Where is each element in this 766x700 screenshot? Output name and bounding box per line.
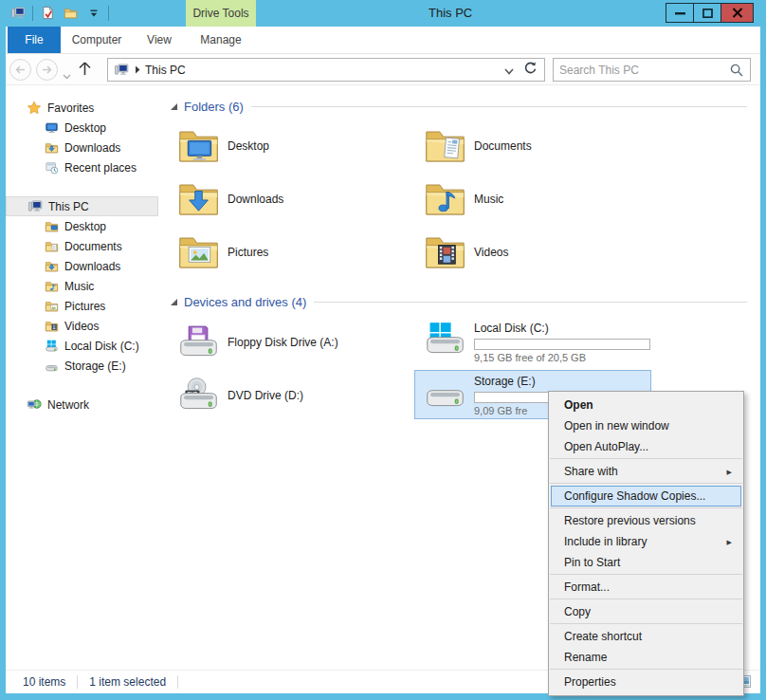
menu-separator xyxy=(550,599,742,599)
sidebar-item-pictures[interactable]: Pictures xyxy=(6,296,161,316)
tile-floppy-disk-drive-a[interactable]: Floppy Disk Drive (A:) xyxy=(168,317,405,366)
menu-item-format[interactable]: Format... xyxy=(551,577,741,598)
status-items-count: 10 items xyxy=(6,675,77,689)
tile-videos[interactable]: Videos xyxy=(414,228,651,277)
sidebar-item-label: Documents xyxy=(64,240,122,253)
sidebar-item-storage-e[interactable]: Storage (E:) xyxy=(6,356,161,376)
menu-item-copy[interactable]: Copy xyxy=(551,601,741,622)
maximize-button[interactable] xyxy=(693,3,721,23)
new-folder-button[interactable] xyxy=(63,5,79,21)
close-button[interactable] xyxy=(720,3,754,23)
back-button[interactable] xyxy=(9,59,31,81)
submenu-arrow-icon: ▶ xyxy=(727,469,732,476)
sidebar-item-label: Pictures xyxy=(64,300,105,313)
menu-item-label: Pin to Start xyxy=(564,556,620,569)
sidebar-item-favorites[interactable]: Favorites xyxy=(6,98,161,118)
sidebar-item-videos[interactable]: Videos xyxy=(6,316,161,336)
tile-dvd-drive-d[interactable]: DVDDVD Drive (D:) xyxy=(168,370,405,419)
menu-item-restore-previous-versions[interactable]: Restore previous versions xyxy=(551,510,741,531)
menu-item-open[interactable]: Open xyxy=(551,395,741,415)
group-title: Folders (6) xyxy=(184,100,244,114)
group-header-devices-and-drives-4[interactable]: Devices and drives (4) xyxy=(168,292,760,311)
sidebar-item-desktop[interactable]: Desktop xyxy=(6,118,161,138)
group-header-line xyxy=(251,106,747,107)
search-input[interactable] xyxy=(554,64,730,77)
tab-manage[interactable]: Manage xyxy=(186,27,256,53)
address-dropdown-icon[interactable] xyxy=(504,62,514,79)
computer-icon xyxy=(27,199,44,213)
tab-computer[interactable]: Computer xyxy=(61,27,133,53)
sidebar-item-music[interactable]: Music xyxy=(6,276,161,296)
sidebar-item-label: Music xyxy=(64,280,94,293)
menu-separator xyxy=(550,574,742,575)
recent-places-icon xyxy=(43,161,60,175)
sidebar-item-downloads[interactable]: Downloads xyxy=(6,138,161,157)
folder-pictures-mini-icon xyxy=(43,300,60,313)
sidebar-item-this-pc[interactable]: This PC xyxy=(6,196,158,216)
window-border xyxy=(760,27,766,700)
tile-desktop[interactable]: Desktop xyxy=(168,121,405,171)
tile-downloads[interactable]: Downloads xyxy=(168,175,405,224)
search-icon[interactable] xyxy=(730,64,750,77)
properties-button[interactable] xyxy=(40,5,56,21)
sidebar-item-documents[interactable]: Documents xyxy=(6,236,161,256)
tile-pictures[interactable]: Pictures xyxy=(168,228,405,277)
menu-item-open-autoplay[interactable]: Open AutoPlay... xyxy=(551,436,741,457)
menu-item-pin-to-start[interactable]: Pin to Start xyxy=(551,552,741,573)
monitor-icon xyxy=(43,121,60,135)
tile-label: Documents xyxy=(474,139,532,153)
sidebar-item-downloads[interactable]: Downloads xyxy=(6,256,161,276)
refresh-icon[interactable] xyxy=(523,62,537,79)
floppy-drive-icon xyxy=(176,323,220,361)
menu-item-include-in-library[interactable]: Include in library▶ xyxy=(551,531,741,552)
computer-icon xyxy=(114,63,129,77)
menu-separator xyxy=(550,669,742,670)
collapse-triangle-icon[interactable] xyxy=(170,298,178,306)
tile-label: Local Disk (C:) xyxy=(474,321,643,336)
menu-item-label: Format... xyxy=(564,580,610,594)
tab-file[interactable]: File xyxy=(8,27,61,53)
folder-music-icon xyxy=(423,180,466,218)
tab-view[interactable]: View xyxy=(133,27,186,53)
menu-separator xyxy=(550,483,742,484)
sidebar-item-network[interactable]: Network xyxy=(6,395,161,414)
windows-drive-icon xyxy=(423,321,466,359)
status-separator xyxy=(177,675,178,689)
sidebar-item-desktop[interactable]: Desktop xyxy=(6,216,161,236)
context-menu: OpenOpen in new windowOpen AutoPlay...Sh… xyxy=(548,391,744,696)
tile-label: Storage (E:) xyxy=(474,374,643,389)
breadcrumb-chevron-icon[interactable] xyxy=(135,65,140,74)
menu-item-label: Include in library xyxy=(564,535,647,548)
sidebar-item-label: Favorites xyxy=(47,101,94,115)
group-header-folders-6[interactable]: Folders (6) xyxy=(168,97,760,116)
menu-item-configure-shadow-copies[interactable]: Configure Shadow Copies... xyxy=(551,486,741,507)
folder-desktop-icon xyxy=(176,127,220,165)
menu-item-label: Restore previous versions xyxy=(564,514,696,527)
drive-tools-contextual-tab[interactable]: Drive Tools xyxy=(186,0,256,27)
qat-separator xyxy=(108,6,109,21)
tile-local-disk-c[interactable]: Local Disk (C:)9,15 GB free of 20,5 GB xyxy=(414,317,651,366)
menu-item-share-with[interactable]: Share with▶ xyxy=(551,461,741,482)
address-bar[interactable]: This PC xyxy=(107,58,545,82)
recent-locations-dropdown-icon[interactable] xyxy=(63,66,71,83)
tile-label: Videos xyxy=(474,246,508,259)
menu-separator xyxy=(550,507,742,508)
menu-item-open-in-new-window[interactable]: Open in new window xyxy=(551,415,741,436)
group-header-line xyxy=(314,302,747,303)
disk-free-space-caption: 9,15 GB free of 20,5 GB xyxy=(474,352,643,363)
menu-item-properties[interactable]: Properties xyxy=(551,672,741,692)
up-button[interactable] xyxy=(78,61,92,81)
menu-item-rename[interactable]: Rename xyxy=(551,647,741,668)
sidebar-item-recent-places[interactable]: Recent places xyxy=(6,157,161,177)
minimize-button[interactable] xyxy=(666,3,694,23)
qat-customize-dropdown[interactable] xyxy=(85,5,101,21)
tile-documents[interactable]: Documents xyxy=(414,121,651,171)
collapse-triangle-icon[interactable] xyxy=(170,102,178,111)
breadcrumb-this-pc[interactable]: This PC xyxy=(145,64,186,77)
sidebar-item-local-disk-c[interactable]: Local Disk (C:) xyxy=(6,336,161,356)
forward-button[interactable] xyxy=(36,59,58,81)
sidebar-item-label: Network xyxy=(47,398,89,412)
menu-separator xyxy=(550,623,742,624)
tile-music[interactable]: Music xyxy=(414,175,651,224)
menu-item-create-shortcut[interactable]: Create shortcut xyxy=(551,626,741,647)
